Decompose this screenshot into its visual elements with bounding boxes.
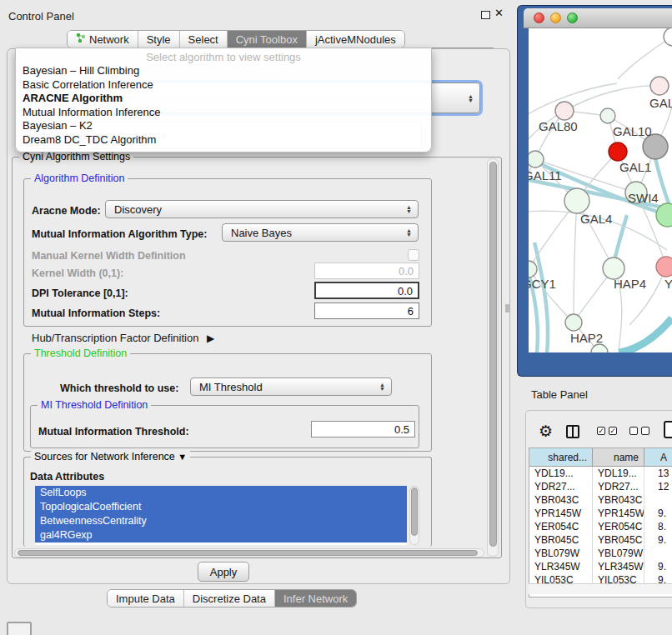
sources-group-title[interactable]: Sources for Network Inference ▼	[31, 451, 190, 462]
tab-select[interactable]: Select	[180, 31, 228, 48]
column-header-partial[interactable]: A	[644, 448, 672, 467]
hub-definition-toggle[interactable]: Hub/Transcription Factor Definition ▶	[32, 332, 214, 344]
network-node-label: GAL10	[613, 124, 652, 138]
zoom-traffic-light-icon[interactable]	[567, 12, 578, 23]
attribute-list-item[interactable]: TopologicalCoefficient	[35, 500, 407, 514]
table-row[interactable]: YBL079WYBL079W	[529, 547, 672, 560]
network-node[interactable]	[656, 257, 672, 277]
checked-checkbox-icon[interactable]: ✓	[609, 427, 617, 435]
dropdown-item[interactable]: Mutual Information Inference	[16, 106, 431, 120]
tab-jactivemnodules[interactable]: jActiveMNodules	[307, 31, 404, 48]
dropdown-item[interactable]: Dream8 DC_TDC Algorithm	[16, 133, 431, 148]
network-node[interactable]	[600, 108, 615, 123]
dropdown-item[interactable]: ARACNE Algorithm	[16, 92, 431, 106]
network-edge[interactable]	[618, 38, 671, 79]
column-header-name[interactable]: name	[593, 448, 644, 467]
network-node[interactable]	[664, 28, 672, 46]
tab-infer-network[interactable]: Infer Network	[275, 590, 356, 607]
attribute-list-item[interactable]: gal4RGexp	[35, 528, 407, 542]
network-node-label: GAL11	[529, 168, 562, 182]
table-cell	[644, 547, 672, 560]
close-traffic-light-icon[interactable]	[534, 12, 544, 23]
mi-steps-input[interactable]: 6	[314, 302, 419, 319]
checked-checkbox-icon[interactable]: ✓	[597, 427, 605, 435]
dropdown-item[interactable]: Bayesian – K2	[16, 119, 431, 133]
chevron-right-icon: ▶	[207, 332, 214, 344]
network-node[interactable]	[565, 314, 582, 331]
table-row[interactable]: YBR045CYBR045C9.	[529, 533, 672, 547]
unchecked-checkbox-icon[interactable]	[641, 427, 649, 435]
table-cell: 13	[644, 467, 672, 480]
dropdown-item[interactable]: Basic Correlation Inference	[16, 78, 431, 92]
mi-type-combo[interactable]: Naive Bayes ▲▼	[222, 223, 419, 242]
network-node[interactable]	[609, 142, 627, 161]
sources-title-text: Sources for Network Inference	[34, 451, 175, 462]
table-cell: YBR043C	[529, 493, 593, 507]
dropdown-placeholder: Select algorithm to view settings	[16, 51, 431, 64]
tab-jactivemnodules-label: jActiveMNodules	[315, 33, 396, 46]
page-icon[interactable]	[664, 421, 672, 438]
columns-icon[interactable]	[566, 425, 579, 438]
manual-kernel-checkbox[interactable]	[408, 249, 419, 261]
network-edge[interactable]	[564, 86, 659, 111]
network-graph[interactable]: GAL80GAL10GALGAL1GAL11SWI4GAL4GCY1HAP4YH…	[529, 28, 672, 352]
tab-network[interactable]: Network	[68, 31, 138, 48]
dropdown-item[interactable]: Bayesian – Hill Climbing	[16, 64, 431, 78]
dpi-tolerance-input[interactable]: 0.0	[314, 282, 419, 299]
tab-discretize-data[interactable]: Discretize Data	[184, 590, 275, 607]
tab-discretize-data-label: Discretize Data	[193, 592, 266, 605]
minimize-traffic-light-icon[interactable]	[550, 12, 561, 23]
attributes-scrollbar-thumb[interactable]	[411, 488, 418, 536]
tab-impute-data[interactable]: Impute Data	[108, 590, 184, 607]
attributes-scrollbar[interactable]	[409, 486, 419, 545]
mi-threshold-input[interactable]: 0.5	[311, 421, 415, 438]
column-header-shared-name[interactable]: shared...	[529, 448, 593, 467]
network-node-label: HAP2	[570, 331, 603, 345]
table-cell: YBR045C	[529, 533, 593, 547]
docked-panel-icon[interactable]	[7, 622, 32, 635]
network-edge[interactable]	[619, 318, 672, 352]
network-node-label: GAL80	[539, 119, 578, 133]
apply-button[interactable]: Apply	[198, 562, 249, 582]
table-cell: YER054C	[529, 520, 593, 533]
network-node[interactable]	[529, 261, 537, 278]
float-panel-icon[interactable]	[481, 11, 490, 19]
table-row[interactable]: YDR27...YDR27...12	[529, 480, 672, 493]
gear-icon[interactable]: ⚙	[539, 422, 553, 441]
network-canvas[interactable]: GAL80GAL10GALGAL1GAL11SWI4GAL4GCY1HAP4YH…	[529, 28, 672, 352]
network-node[interactable]	[650, 77, 669, 95]
attribute-list-item[interactable]: SelfLoops	[35, 486, 407, 500]
settings-horizontal-thumb[interactable]	[18, 550, 478, 556]
network-node-label: Y	[664, 277, 672, 291]
table-row[interactable]: YLR345WYLR345W9.	[529, 560, 672, 573]
attribute-list-item[interactable]: BetweennessCentrality	[35, 514, 407, 528]
table-row[interactable]: YBR043CYBR043C	[529, 493, 672, 507]
mi-threshold-group-title: MI Threshold Definition	[38, 399, 151, 411]
network-node[interactable]	[555, 102, 574, 120]
table-row[interactable]: YER054CYER054C8.	[529, 520, 672, 533]
network-node[interactable]	[564, 188, 589, 213]
unchecked-checkbox-icon[interactable]	[629, 427, 638, 435]
table-cell: YBL079W	[529, 547, 593, 560]
table-cell: YLR345W	[593, 560, 644, 573]
settings-vertical-thumb[interactable]	[489, 162, 497, 547]
table-row[interactable]: YPR145WYPR145W9.	[529, 507, 672, 520]
tab-style[interactable]: Style	[138, 31, 180, 48]
settings-vertical-scrollbar[interactable]	[487, 158, 499, 557]
stepper-arrows-icon: ▲▼	[406, 205, 412, 213]
network-edge[interactable]	[574, 201, 577, 322]
which-threshold-combo[interactable]: MI Threshold ▲▼	[190, 378, 392, 396]
split-pane-grip[interactable]	[505, 304, 509, 312]
table-row[interactable]: YDL19...YDL19...13	[529, 467, 672, 480]
aracne-mode-combo[interactable]: Discovery ▲▼	[105, 200, 419, 218]
network-window-titlebar[interactable]	[524, 8, 672, 28]
table-horizontal-scrollbar[interactable]	[529, 583, 672, 594]
network-node[interactable]	[529, 151, 544, 168]
settings-horizontal-scrollbar[interactable]	[14, 548, 484, 558]
table-cell: YDL19...	[529, 467, 593, 480]
tab-cyni-toolbox[interactable]: Cyni Toolbox	[228, 31, 307, 48]
kernel-width-label: Kernel Width (0,1):	[32, 268, 123, 279]
kernel-width-input[interactable]: 0.0	[314, 262, 419, 279]
aracne-mode-value: Discovery	[114, 203, 162, 216]
close-icon[interactable]: ✕	[494, 7, 504, 19]
